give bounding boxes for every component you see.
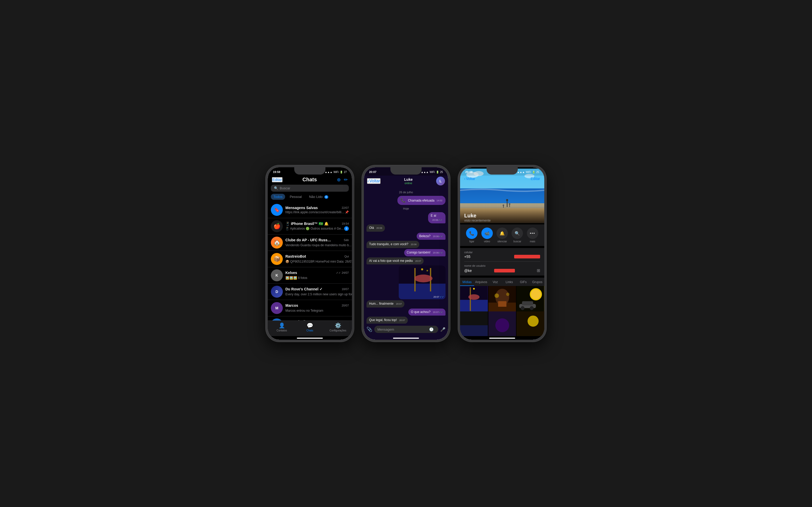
chat-name: Mensagens Salvas bbox=[286, 206, 318, 210]
call-action[interactable]: 📞 ligar bbox=[466, 228, 477, 243]
svg-point-23 bbox=[468, 294, 479, 300]
filter-tab-personal[interactable]: Pessoal bbox=[287, 194, 304, 200]
message-time: 20:07 bbox=[433, 311, 439, 314]
media-thumbnail[interactable] bbox=[460, 312, 488, 336]
username-label: nome de usuário bbox=[464, 264, 540, 267]
chat-name: RastreioBot bbox=[286, 254, 306, 259]
phone2: 20:07 ▲▲▲ WiFi 🔋 25 ‹ Voltar Luke online… bbox=[362, 165, 450, 342]
profile-overlay: Luke visto recentemente bbox=[460, 206, 544, 224]
back-label: Voltar bbox=[466, 177, 475, 181]
messages-area: 26 de julho 📞 Chamada efetuada 14:02 Hoj… bbox=[364, 187, 448, 324]
microphone-icon[interactable]: 🎤 bbox=[440, 327, 446, 332]
message-time: 20:06 bbox=[433, 251, 439, 254]
list-item[interactable]: 🔖 Mensagens Salvas 22/07 https://link.ap… bbox=[268, 202, 352, 218]
chat-info: RastreioBot Qui 📦 QP905119531BR HomePod … bbox=[286, 254, 349, 264]
avatar: MM bbox=[271, 319, 283, 321]
search-action[interactable]: 🔍 buscar bbox=[512, 228, 523, 243]
nav-chats[interactable]: 💬 Chats bbox=[296, 322, 324, 332]
mute-action[interactable]: 🔔 silenciar bbox=[497, 228, 508, 243]
media-tabs: Mídias Arquivos Voz Links GIFs Grupos bbox=[460, 278, 544, 286]
chat-info: 📱 iPhone Brasil™ 🇧🇷 🔔 19:54 📱 Aplicativo… bbox=[286, 222, 349, 231]
search-bar[interactable]: 🔍 Buscar bbox=[271, 185, 349, 192]
svg-point-37 bbox=[530, 306, 534, 310]
phone2-status-right: ▲▲▲ WiFi 🔋 25 bbox=[421, 171, 443, 173]
tab-voice[interactable]: Voz bbox=[489, 278, 502, 286]
mute-icon-circle: 🔔 bbox=[497, 228, 508, 239]
media-thumbnail[interactable] bbox=[460, 286, 488, 314]
attach-icon[interactable]: 📎 bbox=[366, 327, 372, 332]
list-item[interactable]: MM MM Redação 18/07 Pedro — Tranquilo, v… bbox=[268, 316, 352, 321]
emoji-icon[interactable]: 🕐 bbox=[429, 327, 434, 331]
svg-point-14 bbox=[509, 204, 510, 205]
chat-info: Mensagens Salvas 22/07 https://link.appl… bbox=[286, 206, 349, 214]
message-time: 20:06 bbox=[432, 219, 438, 221]
phone3-status-bar: 20:08 ▲▲▲ WiFi 🔋 25 bbox=[460, 167, 544, 176]
tab-files[interactable]: Arquivos bbox=[474, 278, 489, 286]
nav-settings[interactable]: ⚙️ Configurações bbox=[324, 322, 352, 332]
back-button[interactable]: ‹ Voltar bbox=[367, 178, 380, 184]
more-label: mais bbox=[530, 240, 535, 243]
call-icon: 📞 bbox=[469, 231, 474, 236]
read-receipt: ✓✓ bbox=[438, 219, 442, 221]
chat-list: 🔖 Mensagens Salvas 22/07 https://link.ap… bbox=[268, 202, 352, 321]
photo-timestamp: 20:07 bbox=[433, 295, 439, 298]
tab-media[interactable]: Mídias bbox=[460, 278, 474, 286]
phone-number-prefix: +55 bbox=[464, 255, 470, 259]
media-thumbnail[interactable] bbox=[516, 286, 544, 314]
filter-tab-all[interactable]: Todos bbox=[271, 194, 285, 200]
message-time: 20:06 bbox=[411, 243, 417, 246]
list-item[interactable]: K Kelves ✓✓ 24/07 🖼️🖼️🖼️ 8 fotos bbox=[268, 267, 352, 284]
search-label: buscar bbox=[513, 240, 521, 243]
video-label: video bbox=[484, 240, 490, 243]
call-label: ligar bbox=[469, 240, 474, 243]
back-label: Voltar bbox=[369, 179, 380, 183]
profile-status: visto recentemente bbox=[464, 219, 540, 222]
list-item[interactable]: M Marcos 20/07 Marcos entrou no Telegram bbox=[268, 300, 352, 316]
media-thumbnail[interactable] bbox=[516, 312, 544, 336]
list-item[interactable]: D Du Rove's Channel ✓ 18/07 Every day, o… bbox=[268, 284, 352, 300]
media-thumbnail[interactable] bbox=[489, 286, 516, 314]
svg-point-41 bbox=[495, 318, 509, 332]
tab-links[interactable]: Links bbox=[502, 278, 516, 286]
username-value: @ke ⊞ bbox=[464, 268, 540, 273]
list-item[interactable]: 📦 RastreioBot Qui 📦 QP905119531BR HomePo… bbox=[268, 251, 352, 267]
media-thumb-svg bbox=[460, 286, 488, 314]
filter-tabs: Todos Pessoal Não Lido 6 bbox=[268, 194, 352, 202]
phone1: 19:59 ▲▲▲ WiFi 🔋 27 Editar Chats ⊕ ✏ 🔍 B bbox=[266, 165, 354, 342]
list-item[interactable]: 🏠 Clube do AP - UFC Russas 🏠 🔔 Sáb Vende… bbox=[268, 234, 352, 251]
compose-icon[interactable]: ✏ bbox=[344, 177, 348, 183]
photo-message[interactable]: 20:07 ✓✓ bbox=[399, 266, 446, 299]
tab-groups[interactable]: Grupos bbox=[530, 278, 544, 286]
avatar: D bbox=[271, 286, 283, 298]
back-button[interactable]: ‹ Voltar bbox=[464, 177, 475, 181]
tab-gifs[interactable]: GIFs bbox=[516, 278, 530, 286]
nav-contacts[interactable]: 👤 Contatos bbox=[268, 322, 296, 332]
list-item[interactable]: 🍎 📱 iPhone Brasil™ 🇧🇷 🔔 19:54 📱 Aplicati… bbox=[268, 218, 352, 234]
new-group-icon[interactable]: ⊕ bbox=[337, 177, 341, 183]
more-action[interactable]: ••• mais bbox=[527, 228, 538, 243]
battery-level: 25 bbox=[440, 171, 443, 173]
media-thumb-svg bbox=[489, 312, 516, 336]
message-input[interactable]: Mensagem 🕐 bbox=[374, 326, 438, 333]
chat-time: Qui bbox=[344, 255, 349, 258]
media-thumbnail[interactable] bbox=[489, 312, 516, 336]
chat-preview: https://link.apple.com/account/create/bi… bbox=[286, 210, 345, 214]
contact-status: online bbox=[383, 181, 434, 185]
search-placeholder: Buscar bbox=[280, 186, 290, 190]
chat-name-row: Mensagens Salvas 22/07 bbox=[286, 206, 349, 210]
filter-tab-unread[interactable]: Não Lido 6 bbox=[306, 194, 331, 200]
chat-name-row: Du Rove's Channel ✓ 18/07 bbox=[286, 287, 349, 291]
svg-rect-35 bbox=[522, 301, 534, 305]
contact-avatar[interactable]: L bbox=[436, 177, 445, 185]
edit-button[interactable]: Editar bbox=[272, 177, 283, 182]
qr-code-icon[interactable]: ⊞ bbox=[537, 268, 540, 273]
video-action[interactable]: 📹 video bbox=[481, 228, 493, 243]
chat-info: Du Rove's Channel ✓ 18/07 Every day, ove… bbox=[286, 287, 349, 296]
edit-button[interactable]: Editar bbox=[530, 177, 540, 181]
more-icon: ••• bbox=[530, 231, 535, 235]
chat-preview: 📱 Aplicativos 🟢 Outros assuntos # Geral bbox=[286, 227, 344, 230]
media-grid bbox=[460, 286, 544, 336]
bottom-navigation: 👤 Contatos 💬 Chats ⚙️ Configurações bbox=[268, 321, 352, 336]
chat-name-row: Kelves ✓✓ 24/07 bbox=[286, 271, 349, 275]
message-sent: E aí 20:06✓✓ bbox=[422, 212, 446, 223]
